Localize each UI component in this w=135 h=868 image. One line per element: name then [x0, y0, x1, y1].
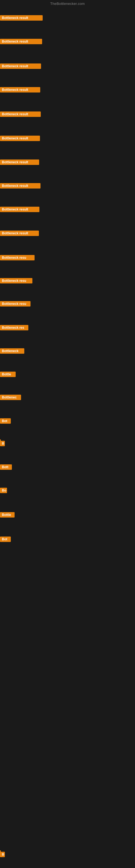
cursor-bar-1	[0, 439, 1, 445]
badge-row-10: Bottleneck result	[0, 230, 39, 237]
badge-row-14: Bottleneck res	[0, 325, 28, 332]
bottleneck-badge-1[interactable]: Bottleneck result	[0, 15, 43, 21]
bottleneck-badge-4[interactable]: Bottleneck result	[0, 87, 40, 93]
bottleneck-badge-17[interactable]: Bottlenec	[0, 395, 21, 400]
badge-row-6: Bottleneck result	[0, 135, 40, 142]
bottleneck-badge-9[interactable]: Bottleneck result	[0, 207, 39, 212]
bottleneck-badge-5[interactable]: Bottleneck result	[0, 112, 41, 117]
badge-row-12: Bottleneck resu	[0, 278, 32, 284]
bottleneck-badge-3[interactable]: Bottleneck result	[0, 63, 41, 69]
badge-row-23: Bot	[0, 536, 11, 543]
site-title: TheBottlenecker.com	[0, 0, 135, 7]
bottleneck-badge-10[interactable]: Bottleneck result	[0, 230, 39, 236]
badge-row-20: Bott	[0, 464, 12, 471]
badge-row-5: Bottleneck result	[0, 112, 41, 118]
bottleneck-badge-22[interactable]: Bottle	[0, 512, 14, 518]
badge-row-16: Bottle	[0, 372, 16, 378]
bottleneck-badge-12[interactable]: Bottleneck resu	[0, 278, 32, 283]
badge-row-9: Bottleneck result	[0, 207, 39, 213]
bottleneck-badge-20[interactable]: Bott	[0, 464, 12, 470]
badge-row-13: Bottleneck resu	[0, 301, 31, 308]
badge-row-17: Bottlenec	[0, 395, 21, 401]
badge-row-7: Bottleneck result	[0, 159, 39, 166]
badge-row-22: Bottle	[0, 512, 14, 519]
bottleneck-badge-23[interactable]: Bot	[0, 536, 11, 542]
bottleneck-badge-11[interactable]: Bottleneck resu	[0, 255, 35, 260]
badge-row-3: Bottleneck result	[0, 63, 41, 70]
badge-row-21: Bo	[0, 488, 7, 494]
bottleneck-badge-13[interactable]: Bottleneck resu	[0, 301, 31, 307]
bottleneck-badge-8[interactable]: Bottleneck result	[0, 183, 41, 188]
badge-row-1: Bottleneck result	[0, 15, 43, 22]
badge-row-11: Bottleneck resu	[0, 255, 35, 261]
bottleneck-badge-2[interactable]: Bottleneck result	[0, 39, 42, 44]
bottleneck-badge-15[interactable]: Bottleneck	[0, 348, 24, 354]
badge-row-15: Bottleneck	[0, 348, 24, 355]
badge-row-8: Bottleneck result	[0, 183, 41, 190]
bottleneck-badge-16[interactable]: Bottle	[0, 372, 16, 377]
bottleneck-badge-18[interactable]: Bot	[0, 418, 11, 424]
bottleneck-badge-7[interactable]: Bottleneck result	[0, 159, 39, 165]
badge-row-18: Bot	[0, 418, 11, 425]
bottleneck-badge-6[interactable]: Bottleneck result	[0, 135, 40, 141]
cursor-bar-2	[0, 850, 1, 856]
bottleneck-badge-21[interactable]: Bo	[0, 488, 7, 493]
badge-row-4: Bottleneck result	[0, 87, 40, 94]
badge-row-2: Bottleneck result	[0, 39, 42, 45]
bottleneck-badge-14[interactable]: Bottleneck res	[0, 325, 28, 330]
